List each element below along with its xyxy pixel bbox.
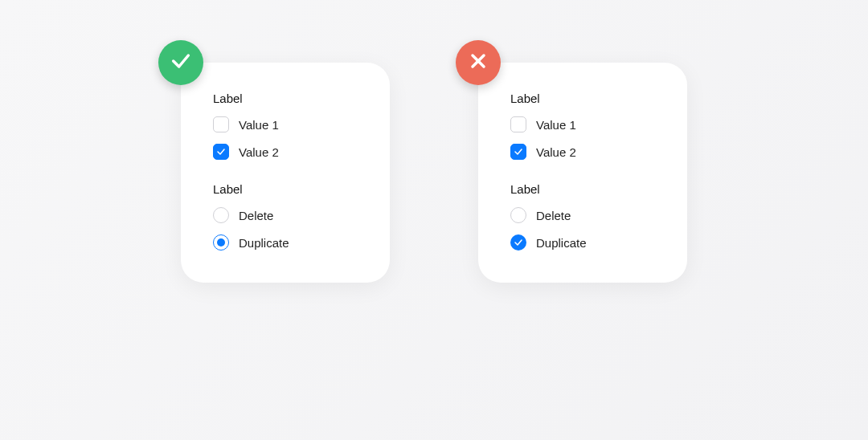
group-label: Label <box>510 92 655 105</box>
checkbox-checked-icon <box>213 144 229 160</box>
option-label: Duplicate <box>239 236 289 250</box>
option-label: Delete <box>536 209 571 222</box>
option-label: Duplicate <box>536 236 587 250</box>
radio-group: Label Delete Duplicate <box>213 182 358 251</box>
group-label: Label <box>510 182 655 196</box>
checkbox-unchecked-icon <box>213 116 229 132</box>
dont-badge <box>456 40 501 85</box>
radio-option-duplicate[interactable]: Duplicate <box>213 234 358 251</box>
form-card: Label Value 1 Value 2 Label Delete Dupli… <box>181 63 390 283</box>
radio-option-duplicate[interactable]: Duplicate <box>510 234 655 251</box>
checkbox-option-value1[interactable]: Value 1 <box>510 116 655 132</box>
close-icon <box>467 50 489 75</box>
checkbox-option-value2[interactable]: Value 2 <box>213 144 358 160</box>
dont-example-card: Label Value 1 Value 2 Label Delete <box>478 63 687 283</box>
check-icon <box>170 50 192 75</box>
checkbox-group: Label Value 1 Value 2 <box>510 92 655 160</box>
option-label: Value 1 <box>239 118 279 132</box>
group-label: Label <box>213 92 358 105</box>
radio-option-delete[interactable]: Delete <box>510 207 655 223</box>
radio-checked-wrong-icon <box>510 234 526 251</box>
radio-unchecked-icon <box>213 207 229 223</box>
option-label: Value 1 <box>536 118 576 132</box>
radio-checked-icon <box>213 234 229 251</box>
radio-option-delete[interactable]: Delete <box>213 207 358 223</box>
radio-group: Label Delete Duplicate <box>510 182 655 251</box>
option-label: Delete <box>239 209 273 222</box>
group-label: Label <box>213 182 358 196</box>
do-badge <box>158 40 203 85</box>
checkbox-unchecked-icon <box>510 116 526 132</box>
form-card: Label Value 1 Value 2 Label Delete <box>478 63 687 283</box>
checkbox-option-value2[interactable]: Value 2 <box>510 144 655 160</box>
radio-unchecked-icon <box>510 207 526 223</box>
checkbox-group: Label Value 1 Value 2 <box>213 92 358 160</box>
option-label: Value 2 <box>536 145 576 159</box>
option-label: Value 2 <box>239 145 279 159</box>
checkbox-checked-icon <box>510 144 526 160</box>
do-example-card: Label Value 1 Value 2 Label Delete Dupli… <box>181 63 390 283</box>
checkbox-option-value1[interactable]: Value 1 <box>213 116 358 132</box>
